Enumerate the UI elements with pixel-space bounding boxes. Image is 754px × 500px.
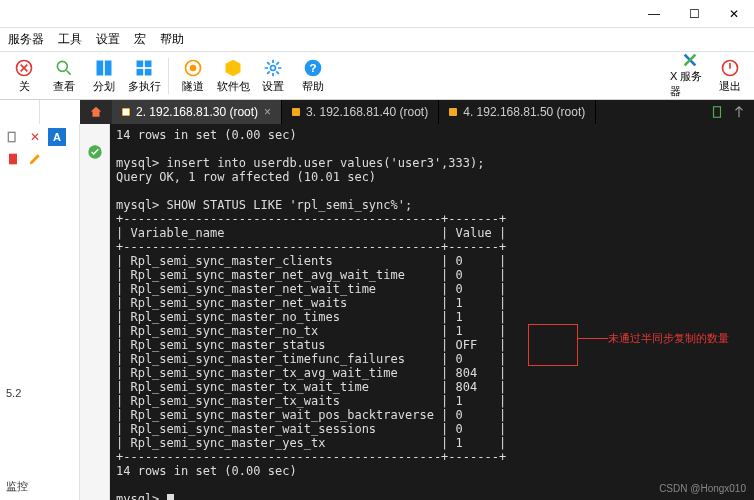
svg-rect-2: [97, 60, 104, 75]
watermark: CSDN @Hongx010: [659, 482, 746, 496]
tab-1[interactable]: 3. 192.168.81.40 (root): [282, 100, 439, 124]
tb-settings[interactable]: 设置: [253, 52, 293, 99]
gutter: [80, 124, 110, 500]
monitor-label: 监控: [6, 479, 73, 494]
menu-tools[interactable]: 工具: [58, 31, 82, 48]
bookmark-icon[interactable]: [4, 150, 22, 168]
annotation-line: [578, 338, 608, 339]
font-icon[interactable]: A: [48, 128, 66, 146]
tabbar: 2. 192.168.81.30 (root)× 3. 192.168.81.4…: [80, 100, 754, 124]
menubar: 服务器 工具 设置 宏 帮助: [0, 28, 754, 52]
maximize-button[interactable]: ☐: [674, 0, 714, 27]
close-icon[interactable]: ×: [264, 105, 271, 119]
paste-icon[interactable]: [710, 105, 724, 119]
menu-macro[interactable]: 宏: [134, 31, 146, 48]
tab-0[interactable]: 2. 192.168.81.30 (root)×: [112, 100, 282, 124]
tab-2[interactable]: 4. 192.168.81.50 (root): [439, 100, 596, 124]
bolt-icon: [292, 108, 300, 116]
tb-exit[interactable]: 退出: [710, 52, 750, 99]
edit-icon[interactable]: [26, 150, 44, 168]
check-icon: [87, 144, 103, 160]
svg-rect-3: [105, 60, 112, 75]
svg-rect-16: [9, 154, 17, 165]
annotation-text: 未通过半同步复制的数量: [608, 331, 729, 345]
svg-text:?: ?: [309, 61, 316, 74]
tb-split[interactable]: 分划: [84, 52, 124, 99]
svg-point-9: [190, 64, 197, 71]
menu-server[interactable]: 服务器: [8, 31, 44, 48]
svg-point-10: [271, 65, 276, 70]
copy-icon[interactable]: [4, 128, 22, 146]
tb-xserver[interactable]: X 服务器: [670, 52, 710, 99]
tb-packages[interactable]: 软件包: [213, 52, 253, 99]
toolbar: 关 查看 分划 多执行 隧道 软件包 设置 ?帮助 X 服务器 退出: [0, 52, 754, 100]
tb-close[interactable]: 关: [4, 52, 44, 99]
minimize-button[interactable]: —: [634, 0, 674, 27]
tb-multiexec[interactable]: 多执行: [124, 52, 164, 99]
svg-rect-5: [145, 60, 152, 67]
terminal[interactable]: 14 rows in set (0.00 sec) mysql> insert …: [110, 124, 754, 500]
bolt-icon: [449, 108, 457, 116]
bolt-icon: [122, 108, 130, 116]
attach-icon[interactable]: [732, 105, 746, 119]
menu-help[interactable]: 帮助: [160, 31, 184, 48]
tb-view[interactable]: 查看: [44, 52, 84, 99]
svg-rect-14: [714, 107, 721, 118]
menu-settings[interactable]: 设置: [96, 31, 120, 48]
svg-point-1: [57, 61, 67, 71]
home-tab[interactable]: [80, 100, 112, 124]
delete-icon[interactable]: ✕: [26, 128, 44, 146]
close-button[interactable]: ✕: [714, 0, 754, 27]
annotation-box: [528, 324, 578, 366]
svg-rect-4: [137, 60, 144, 67]
tb-help[interactable]: ?帮助: [293, 52, 333, 99]
svg-rect-7: [145, 68, 152, 75]
tb-tunnel[interactable]: 隧道: [173, 52, 213, 99]
svg-rect-15: [8, 132, 15, 141]
svg-rect-6: [137, 68, 144, 75]
version-label: 5.2: [6, 387, 73, 399]
titlebar: — ☐ ✕: [0, 0, 754, 28]
sidebar: ✕ A 5.2 监控: [0, 124, 80, 500]
